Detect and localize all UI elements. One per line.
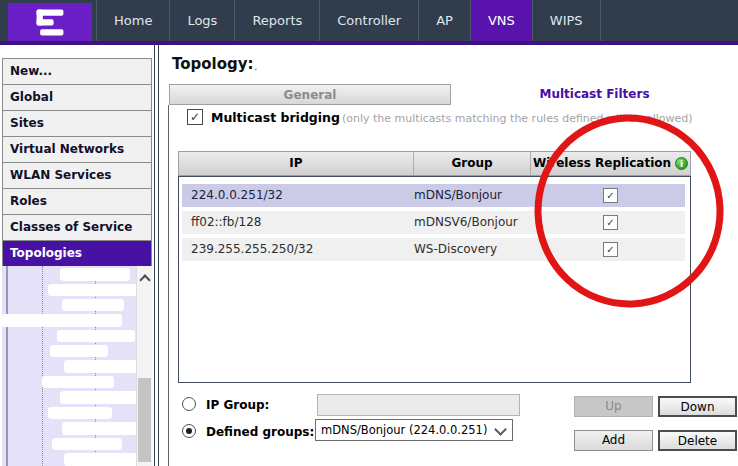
extreme-e-icon bbox=[28, 5, 72, 39]
nav-item-ap[interactable]: AP bbox=[419, 0, 471, 41]
sidebar-item-virtual-networks[interactable]: Virtual Networks bbox=[3, 137, 151, 163]
sidebar-menu: New... Global Sites Virtual Networks WLA… bbox=[2, 58, 152, 267]
redacted-tree-item bbox=[57, 330, 135, 342]
redacted-tree-item bbox=[60, 268, 130, 281]
up-button[interactable]: Up bbox=[574, 396, 653, 417]
delete-button[interactable]: Delete bbox=[658, 430, 737, 451]
ip-group-radio[interactable] bbox=[182, 397, 196, 411]
sidebar-item-topologies[interactable]: Topologies bbox=[3, 241, 151, 267]
row-ip: 224.0.0.251/32 bbox=[191, 184, 283, 207]
column-header-wireless-replication-label: Wireless Replication bbox=[533, 152, 671, 175]
redacted-tree-item bbox=[48, 407, 112, 419]
redacted-tree-item bbox=[2, 314, 122, 327]
defined-groups-radio[interactable] bbox=[182, 424, 196, 438]
redacted-tree-item bbox=[50, 345, 108, 357]
column-header-group[interactable]: Group bbox=[413, 152, 530, 175]
filters-table-body: 224.0.0.251/32 mDNS/Bonjour ✓ ff02::fb/1… bbox=[178, 176, 691, 383]
table-row[interactable]: 224.0.0.251/32 mDNS/Bonjour ✓ bbox=[182, 184, 685, 207]
chevron-down-icon bbox=[494, 423, 507, 436]
defined-groups-label: Defined groups: bbox=[206, 425, 314, 439]
nav-item-vns[interactable]: VNS bbox=[471, 0, 533, 41]
multicast-bridging-checkbox[interactable]: ✓ bbox=[187, 109, 203, 125]
sidebar-item-roles[interactable]: Roles bbox=[3, 189, 151, 215]
nav-accent-strip bbox=[0, 41, 738, 45]
nav-menu: Home Logs Reports Controller AP VNS WIPS bbox=[96, 0, 601, 41]
nav-item-reports[interactable]: Reports bbox=[235, 0, 320, 41]
chevron-up-icon bbox=[139, 274, 150, 285]
redacted-tree-item bbox=[42, 376, 114, 388]
tab-general[interactable]: General bbox=[169, 84, 451, 105]
page-title: Topology: bbox=[172, 55, 254, 73]
sidebar-item-classes-of-service[interactable]: Classes of Service bbox=[3, 215, 151, 241]
sidebar-item-new[interactable]: New... bbox=[3, 59, 151, 85]
sidebar-item-sites[interactable]: Sites bbox=[3, 111, 151, 137]
down-button[interactable]: Down bbox=[658, 396, 737, 417]
redacted-tree-item bbox=[48, 284, 136, 296]
tab-multicast-filters[interactable]: Multicast Filters bbox=[452, 84, 737, 105]
row-group: mDNS/Bonjour bbox=[414, 184, 502, 207]
tree-scrollbar[interactable] bbox=[136, 266, 152, 466]
column-header-wireless-replication[interactable]: Wireless Replication i bbox=[530, 152, 690, 175]
redacted-tree-item bbox=[62, 299, 124, 311]
ip-group-input[interactable] bbox=[317, 394, 520, 416]
pane-divider bbox=[154, 45, 155, 466]
add-button[interactable]: Add bbox=[574, 430, 653, 451]
redacted-tree-item bbox=[62, 422, 136, 435]
row-group: mDNSV6/Bonjour bbox=[414, 211, 518, 234]
content-left-border bbox=[168, 105, 169, 466]
ip-group-label: IP Group: bbox=[206, 398, 269, 412]
multicast-bridging-label: Multicast bridging bbox=[211, 110, 340, 125]
row-group: WS-Discovery bbox=[414, 238, 497, 261]
redacted-tree-item bbox=[64, 360, 136, 373]
redacted-tree-item bbox=[64, 453, 136, 466]
pane-divider bbox=[158, 45, 159, 466]
topology-tree[interactable] bbox=[2, 266, 136, 466]
filters-table-header: IP Group Wireless Replication i bbox=[178, 151, 691, 176]
wireless-replication-checkbox[interactable]: ✓ bbox=[603, 242, 618, 257]
vns-topology-window: Home Logs Reports Controller AP VNS WIPS… bbox=[0, 0, 738, 466]
table-row[interactable]: 239.255.255.250/32 WS-Discovery ✓ bbox=[182, 238, 685, 261]
sidebar-item-wlan-services[interactable]: WLAN Services bbox=[3, 163, 151, 189]
defined-groups-selected-value: mDNS/Bonjour (224.0.0.251) bbox=[316, 423, 487, 437]
redacted-tree-item bbox=[52, 438, 122, 450]
row-ip: 239.255.255.250/32 bbox=[191, 238, 313, 261]
multicast-bridging-note: (only the multicasts matching the rules … bbox=[342, 112, 693, 125]
topology-name-remnant: . bbox=[254, 60, 258, 73]
wireless-replication-checkbox[interactable]: ✓ bbox=[603, 188, 618, 203]
wireless-replication-checkbox[interactable]: ✓ bbox=[603, 215, 618, 230]
nav-item-wips[interactable]: WIPS bbox=[533, 0, 601, 41]
column-header-ip[interactable]: IP bbox=[179, 152, 413, 175]
extreme-networks-logo[interactable] bbox=[8, 3, 92, 41]
info-icon[interactable]: i bbox=[675, 157, 688, 170]
tree-edge-line bbox=[6, 266, 8, 466]
tree-guide-line bbox=[42, 266, 43, 466]
scrollbar-thumb[interactable] bbox=[138, 378, 151, 462]
nav-item-home[interactable]: Home bbox=[96, 0, 170, 41]
nav-item-logs[interactable]: Logs bbox=[170, 0, 235, 41]
nav-item-controller[interactable]: Controller bbox=[320, 0, 419, 41]
scroll-up-button[interactable] bbox=[137, 270, 152, 286]
defined-groups-select[interactable]: mDNS/Bonjour (224.0.0.251) bbox=[315, 419, 513, 441]
row-ip: ff02::fb/128 bbox=[191, 211, 261, 234]
sidebar-item-global[interactable]: Global bbox=[3, 85, 151, 111]
table-row[interactable]: ff02::fb/128 mDNSV6/Bonjour ✓ bbox=[182, 211, 685, 234]
redacted-tree-item bbox=[60, 391, 136, 404]
